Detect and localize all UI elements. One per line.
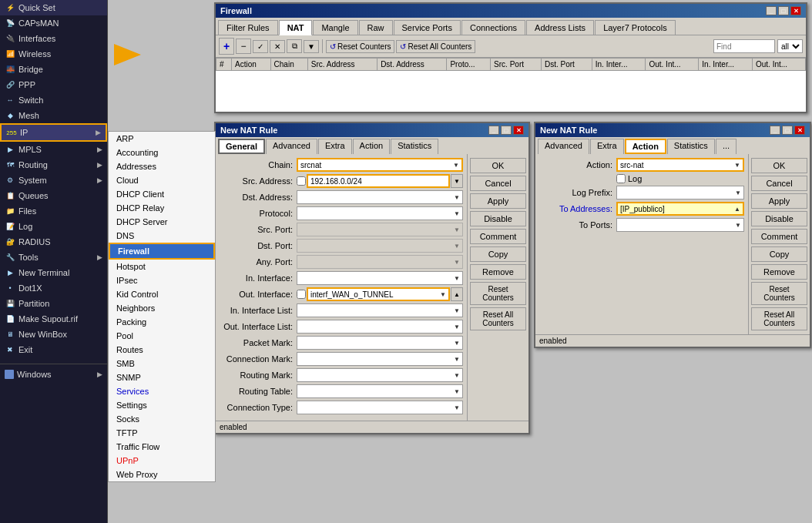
nat-left-cancel[interactable]: Cancel [470, 176, 526, 191]
out-iface-up-btn[interactable]: ▲ [451, 287, 463, 301]
submenu-cloud[interactable]: Cloud [109, 173, 215, 187]
sidebar-item-system[interactable]: ⚙ System ▶ [0, 173, 107, 188]
reset-all-counters-button[interactable]: ↺ Reset All Counters [396, 40, 475, 53]
submenu-kid-control[interactable]: Kid Control [109, 287, 215, 301]
filter-button[interactable]: ▼ [304, 40, 319, 53]
submenu-addresses[interactable]: Addresses [109, 159, 215, 173]
nat-right-minimize[interactable]: _ [770, 126, 780, 135]
sidebar-item-mesh[interactable]: ◆ Mesh [0, 108, 107, 123]
nat-right-reset-all[interactable]: Reset All Counters [751, 307, 807, 330]
nat-right-reset-counters[interactable]: Reset Counters [751, 282, 807, 305]
tab-filter-rules[interactable]: Filter Rules [218, 20, 278, 35]
nat-right-copy[interactable]: Copy [751, 246, 807, 262]
sidebar-item-winbox[interactable]: 🖥 New WinBox [0, 327, 107, 342]
nat-right-remove[interactable]: Remove [751, 264, 807, 280]
any-port-select[interactable]: ▼ [297, 255, 463, 269]
nat-right-tab-action[interactable]: Action [625, 139, 666, 154]
nat-left-remove[interactable]: Remove [470, 264, 526, 280]
src-address-checkbox[interactable] [297, 176, 306, 186]
nat-left-disable[interactable]: Disable [470, 211, 526, 226]
tab-nat[interactable]: NAT [279, 20, 313, 35]
close-button[interactable]: ✕ [790, 6, 801, 15]
to-addresses-select[interactable]: [IP_pubblico] ▲ [616, 202, 744, 216]
cross-button[interactable]: ✕ [270, 40, 285, 53]
submenu-arp[interactable]: ARP [109, 132, 215, 146]
out-interface-select[interactable]: interf_WAN_o_TUNNEL ▼ [307, 287, 450, 301]
sidebar-item-windows[interactable]: Windows ▶ [0, 367, 107, 381]
tab-mangle[interactable]: Mangle [313, 20, 357, 35]
src-port-select[interactable]: ▼ [297, 223, 463, 236]
sidebar-item-files[interactable]: 📁 Files [0, 203, 107, 219]
sidebar-item-queues[interactable]: 📋 Queues [0, 188, 107, 203]
copy-toolbar-button[interactable]: ⧉ [287, 39, 302, 53]
nat-left-reset-counters[interactable]: Reset Counters [470, 282, 526, 305]
log-prefix-select[interactable]: ▼ [616, 186, 744, 199]
nat-tab-extra[interactable]: Extra [318, 139, 352, 154]
dst-address-select[interactable]: ▼ [297, 190, 463, 204]
submenu-dhcp-server[interactable]: DHCP Server [109, 215, 215, 229]
submenu-pool[interactable]: Pool [109, 329, 215, 343]
submenu-traffic-flow[interactable]: Traffic Flow [109, 440, 215, 454]
remove-toolbar-button[interactable]: − [236, 39, 251, 54]
in-iface-list-select[interactable]: ▼ [297, 303, 463, 317]
add-button[interactable]: + [219, 38, 234, 55]
log-checkbox[interactable] [616, 174, 626, 183]
nat-right-tab-more[interactable]: ... [716, 139, 737, 154]
sidebar-item-radius[interactable]: 🔐 RADIUS [0, 234, 107, 250]
submenu-hotspot[interactable]: Hotspot [109, 260, 215, 273]
nat-left-apply[interactable]: Apply [470, 193, 526, 209]
routing-table-select[interactable]: ▼ [297, 384, 463, 398]
minimize-button[interactable]: _ [766, 6, 777, 15]
sidebar-item-supout[interactable]: 📄 Make Supout.rif [0, 311, 107, 327]
sidebar-item-mpls[interactable]: ▶ MPLS ▶ [0, 142, 107, 157]
nat-left-reset-all[interactable]: Reset All Counters [470, 307, 526, 330]
in-interface-select[interactable]: ▼ [297, 271, 463, 285]
nat-left-comment[interactable]: Comment [470, 229, 526, 244]
nat-left-ok[interactable]: OK [470, 158, 526, 173]
nat-right-comment[interactable]: Comment [751, 229, 807, 244]
sidebar-item-bridge[interactable]: 🌉 Bridge [0, 62, 107, 77]
find-input[interactable] [713, 39, 775, 53]
maximize-button[interactable]: □ [778, 6, 789, 15]
submenu-smb[interactable]: SMB [109, 357, 215, 370]
submenu-firewall[interactable]: Firewall [109, 243, 215, 260]
nat-right-ok[interactable]: OK [751, 158, 807, 173]
sidebar-item-ip[interactable]: 255 IP ▶ [0, 123, 107, 142]
nat-right-maximize[interactable]: □ [782, 126, 793, 135]
submenu-dns[interactable]: DNS [109, 229, 215, 243]
tab-connections[interactable]: Connections [461, 20, 525, 35]
nat-right-close[interactable]: ✕ [794, 126, 805, 135]
submenu-upnp[interactable]: UPnP [109, 454, 215, 468]
sidebar-item-capsman[interactable]: 📡 CAPsMAN [0, 15, 107, 31]
conn-mark-select[interactable]: ▼ [297, 352, 463, 366]
sidebar-item-partition[interactable]: 💾 Partition [0, 296, 107, 311]
nat-left-minimize[interactable]: _ [488, 126, 499, 135]
sidebar-item-switch[interactable]: ↔ Switch [0, 92, 107, 108]
to-ports-select[interactable]: ▼ [616, 218, 744, 232]
submenu-packing[interactable]: Packing [109, 315, 215, 329]
sidebar-item-interfaces[interactable]: 🔌 Interfaces [0, 31, 107, 46]
out-interface-checkbox[interactable] [297, 290, 306, 299]
nat-right-apply[interactable]: Apply [751, 193, 807, 209]
nat-tab-advanced[interactable]: Advanced [266, 139, 317, 154]
nat-right-cancel[interactable]: Cancel [751, 176, 807, 191]
tab-service-ports[interactable]: Service Ports [394, 20, 461, 35]
reset-counters-button[interactable]: ↺ Reset Counters [326, 40, 394, 53]
routing-mark-select[interactable]: ▼ [297, 368, 463, 382]
dst-port-select[interactable]: ▼ [297, 239, 463, 253]
conn-type-select[interactable]: ▼ [297, 401, 463, 414]
nat-right-tab-extra[interactable]: Extra [590, 139, 624, 154]
nat-left-close[interactable]: ✕ [513, 126, 524, 135]
nat-tab-statistics[interactable]: Statistics [391, 139, 438, 154]
action-select[interactable]: src-nat ▼ [616, 158, 744, 172]
sidebar-item-log[interactable]: 📝 Log [0, 219, 107, 234]
nat-left-maximize[interactable]: □ [501, 126, 512, 135]
sidebar-item-wireless[interactable]: 📶 Wireless [0, 46, 107, 62]
find-select[interactable]: all [777, 39, 803, 53]
nat-right-tab-advanced[interactable]: Advanced [538, 139, 589, 154]
submenu-ipsec[interactable]: IPsec [109, 273, 215, 287]
sidebar-item-quickset[interactable]: ⚡ Quick Set [0, 0, 107, 15]
sidebar-item-terminal[interactable]: ▶ New Terminal [0, 265, 107, 280]
sidebar-item-tools[interactable]: 🔧 Tools ▶ [0, 250, 107, 265]
submenu-neighbors[interactable]: Neighbors [109, 301, 215, 315]
